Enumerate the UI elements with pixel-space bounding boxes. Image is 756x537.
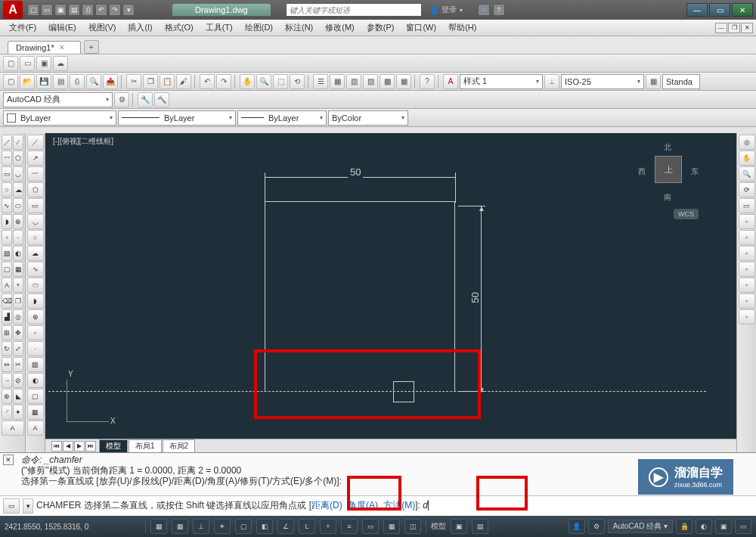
std-tp-icon[interactable]: ▧ [346, 74, 361, 89]
region-icon[interactable]: ▢ [2, 262, 12, 277]
nav-show-icon[interactable]: ▭ [739, 198, 755, 213]
nav-l5-icon[interactable]: ▫ [739, 278, 755, 293]
fillet-icon[interactable]: ◜ [2, 405, 12, 420]
sb-lwt-icon[interactable]: ≡ [341, 519, 358, 534]
menu-dim[interactable]: 标注(N) [279, 20, 319, 35]
sb-annoscale-icon[interactable]: 👤 [569, 519, 585, 534]
m-hatch-icon[interactable]: ▨ [27, 357, 44, 372]
pline-icon[interactable]: 〰 [2, 151, 12, 166]
std-pan-icon[interactable]: ✋ [240, 74, 255, 89]
mtext-icon[interactable]: A [2, 278, 12, 293]
drawing-canvas[interactable]: [-][俯视][二维线框] 北 南 东 西 上 WCS 50 [45, 133, 736, 439]
tab-layout1[interactable]: 布局1 [129, 439, 162, 453]
menu-file[interactable]: 文件(F) [3, 20, 42, 35]
revcloud-icon[interactable]: ☁ [13, 182, 23, 197]
m-txt-icon[interactable]: A [27, 421, 44, 436]
insert-icon[interactable]: ⊕ [13, 214, 23, 229]
plotcolor-dropdown[interactable]: ByColor▾ [328, 110, 408, 126]
tb-new-icon[interactable]: ▢ [3, 56, 18, 71]
menu-edit[interactable]: 编辑(E) [42, 20, 82, 35]
sb-lock-icon[interactable]: 🔒 [676, 519, 692, 534]
std-new-icon[interactable]: ▢ [3, 74, 18, 89]
nav-l2-icon[interactable]: ▫ [739, 230, 755, 245]
sb-polar-icon[interactable]: ✶ [214, 519, 231, 534]
sb-tpy-icon[interactable]: ▭ [362, 519, 379, 534]
nav-l6-icon[interactable]: ▫ [739, 293, 755, 309]
sb-qp-icon[interactable]: ▦ [383, 519, 400, 534]
nav-zoom-icon[interactable]: 🔍 [739, 166, 755, 182]
ellipsearc-icon[interactable]: ◗ [2, 214, 12, 229]
sb-ducs-icon[interactable]: L [299, 519, 315, 534]
m-pline-icon[interactable]: 〰 [27, 166, 44, 182]
coords-readout[interactable]: 2421.8550, 1525.8316, 0 [5, 523, 141, 531]
menu-draw[interactable]: 绘图(D) [239, 20, 279, 35]
sb-ws-icon[interactable]: ⚙ [588, 519, 605, 534]
std-saveas-icon[interactable]: ▤ [53, 74, 68, 89]
exchange-icon[interactable]: ✕ [478, 4, 490, 16]
linetype-dropdown[interactable]: ByLayer▾ [118, 110, 236, 126]
nav-wheel-icon[interactable]: ◎ [739, 135, 755, 150]
minimize-button[interactable]: — [686, 3, 708, 17]
tb-cloud-icon[interactable]: ☁ [53, 56, 68, 71]
m-earc-icon[interactable]: ◗ [27, 293, 44, 309]
qat-more-icon[interactable]: ▾ [122, 4, 135, 16]
m-pt-icon[interactable]: · [27, 341, 44, 356]
std-preview-icon[interactable]: 🔍 [86, 74, 101, 89]
sb-iso-icon[interactable]: ▣ [715, 519, 732, 534]
qat-undo-icon[interactable]: ↶ [95, 4, 107, 16]
ellipse-icon[interactable]: ⬭ [13, 198, 23, 213]
menu-help[interactable]: 帮助(H) [442, 20, 482, 35]
menu-modify[interactable]: 修改(M) [319, 20, 361, 35]
cmd-close-icon[interactable]: ✕ [3, 455, 14, 465]
erase-icon[interactable]: ⌫ [2, 293, 12, 309]
nav-l1-icon[interactable]: ▫ [739, 214, 755, 229]
std-undo-icon[interactable]: ↶ [200, 74, 215, 89]
addsel-icon[interactable]: + [13, 278, 23, 293]
m-ellipse-icon[interactable]: ⬭ [27, 278, 44, 293]
sb-otrack-icon[interactable]: ∠ [277, 519, 294, 534]
spline-icon[interactable]: ∿ [2, 198, 12, 213]
sb-snap-icon[interactable]: ▦ [150, 519, 167, 534]
xline-icon[interactable]: ∕ [13, 135, 23, 150]
nav-l3-icon[interactable]: ▫ [739, 246, 755, 261]
block-icon[interactable]: ▫ [2, 230, 12, 245]
wcs-badge[interactable]: WCS [674, 209, 699, 219]
lineweight-dropdown[interactable]: ByLayer▾ [237, 110, 327, 126]
m-cloud-icon[interactable]: ☁ [27, 246, 44, 261]
m-spline-icon[interactable]: ∿ [27, 262, 44, 277]
table-style-icon[interactable]: ▦ [646, 74, 661, 89]
sb-qv-icon[interactable]: ▤ [472, 519, 488, 534]
sb-sc-icon[interactable]: ◫ [404, 519, 421, 534]
close-button[interactable]: ✕ [732, 3, 753, 17]
std-ssm-icon[interactable]: ▨ [363, 74, 378, 89]
sb-ortho-icon[interactable]: ⊥ [193, 519, 209, 534]
app-icon[interactable]: A [3, 1, 23, 19]
m-reg-icon[interactable]: ▢ [27, 389, 44, 404]
menu-window[interactable]: 窗口(W) [400, 20, 442, 35]
nav-orbit-icon[interactable]: ⟳ [739, 182, 755, 197]
tb-open-icon[interactable]: ▭ [20, 56, 35, 71]
std-publish-icon[interactable]: 📤 [103, 74, 118, 89]
arc-icon[interactable]: ◡ [13, 166, 23, 182]
array-icon[interactable]: ⊞ [2, 325, 12, 340]
std-plot-icon[interactable]: ⎙ [70, 74, 85, 89]
workspace-dropdown[interactable]: AutoCAD 经典▾ [3, 92, 113, 107]
std-markup-icon[interactable]: ▩ [380, 74, 395, 89]
ws-tools-icon[interactable]: 🔧 [138, 92, 153, 107]
menu-view[interactable]: 视图(V) [82, 20, 122, 35]
tab-prev-icon[interactable]: ◀ [63, 441, 73, 452]
std-redo-icon[interactable]: ↷ [216, 74, 231, 89]
qat-redo-icon[interactable]: ↷ [109, 4, 121, 16]
nav-l7-icon[interactable]: ▫ [739, 309, 755, 324]
std-copy-icon[interactable]: ❐ [143, 74, 158, 89]
std-qcalc-icon[interactable]: ▦ [396, 74, 411, 89]
move-icon[interactable]: ✥ [13, 325, 23, 340]
text-style-icon[interactable]: A [443, 74, 458, 89]
extend-icon[interactable]: → [2, 373, 12, 388]
mirror-icon[interactable]: ▟ [2, 309, 12, 324]
std-open-icon[interactable]: 📂 [20, 74, 35, 89]
maximize-button[interactable]: ▭ [709, 3, 730, 17]
tab-layout2[interactable]: 布局2 [163, 439, 196, 453]
viewcube[interactable]: 北 南 东 西 上 [638, 142, 699, 203]
nav-l4-icon[interactable]: ▫ [739, 262, 755, 277]
